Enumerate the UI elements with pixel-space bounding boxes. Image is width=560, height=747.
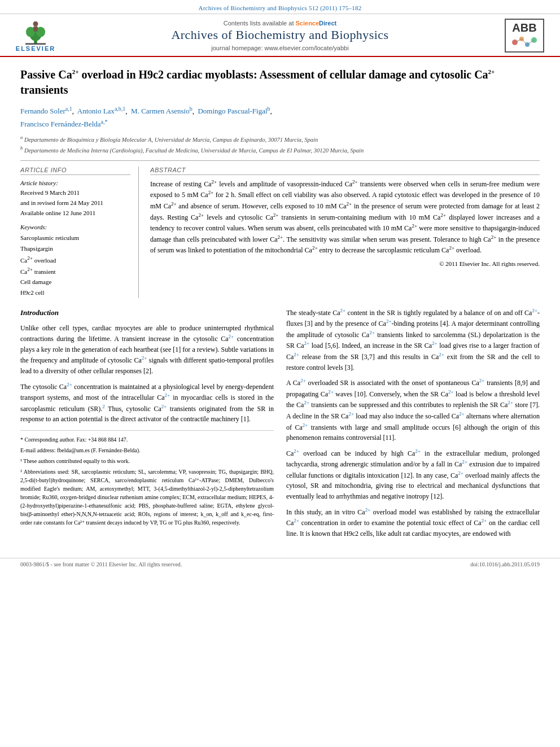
abb-box: ABB xyxy=(505,19,544,53)
article-info-col: ARTICLE INFO Article history: Received 9… xyxy=(20,167,139,298)
author-1: Fernando Soler xyxy=(20,107,65,115)
intro-para-2: The cytosolic Ca2+ concentration is main… xyxy=(20,381,274,425)
elsevier-tree-icon xyxy=(19,20,53,45)
journal-center: Contents lists available at ScienceDirec… xyxy=(61,20,499,51)
footnote-corresponding: * Corresponding author. Fax: +34 868 884… xyxy=(20,435,274,444)
abstract-text: Increase of resting Ca2+ levels and ampl… xyxy=(150,178,540,256)
bottom-bar: 0003-9861/$ - see front matter © 2011 El… xyxy=(0,558,560,570)
elsevier-logo-area: ELSEVIER xyxy=(10,20,61,52)
journal-header: ELSEVIER Contents lists available at Sci… xyxy=(0,14,560,57)
header-divider xyxy=(20,160,540,161)
keyword-3: Ca2+ overload xyxy=(20,254,130,265)
elsevier-text: ELSEVIER xyxy=(16,45,55,52)
intro-heading: Introduction xyxy=(20,307,274,318)
svg-rect-6 xyxy=(33,26,37,31)
abstract-label: ABSTRACT xyxy=(150,167,540,175)
body-section: Introduction Unlike other cell types, ca… xyxy=(20,307,540,544)
issn-text: 0003-9861/$ - see front matter © 2011 El… xyxy=(20,561,182,567)
body-two-col: Introduction Unlike other cell types, ca… xyxy=(20,307,540,544)
journal-title: Archives of Biochemistry and Biophysics xyxy=(61,28,499,42)
keyword-1: Sarcoplasmic reticulum xyxy=(20,233,130,243)
body-left-col: Introduction Unlike other cell types, ca… xyxy=(20,307,274,544)
svg-point-5 xyxy=(33,21,38,26)
revised-date: and in revised form 24 May 2011 xyxy=(20,199,103,206)
received-date: Received 9 March 2011 xyxy=(20,189,80,196)
authors-line: Fernando Solera,1, Antonio Laxa,b,1, M. … xyxy=(20,104,540,130)
copyright-text: © 2011 Elsevier Inc. All rights reserved… xyxy=(150,260,540,267)
right-para-3: Ca2+ overload can be induced by high Ca2… xyxy=(286,448,540,502)
svg-line-12 xyxy=(522,39,527,45)
sciencedirect-label: Science xyxy=(296,20,320,27)
footnote-equal: ¹ These authors contributed equally to t… xyxy=(20,457,274,465)
history-label: Article history: xyxy=(20,180,58,186)
abb-decoration-icon xyxy=(509,34,540,50)
keyword-5: Cell damage xyxy=(20,277,130,287)
author-5: Francisco Fernández-Belda xyxy=(20,120,101,128)
keyword-2: Thapsigargin xyxy=(20,243,130,254)
footnotes-section: * Corresponding author. Fax: +34 868 884… xyxy=(20,430,274,527)
journal-homepage: journal homepage: www.elsevier.com/locat… xyxy=(61,45,499,51)
keyword-4: Ca2+ transient xyxy=(20,265,130,277)
author-2: Antonio Lax xyxy=(77,107,115,115)
body-right-col: The steady-state Ca2+ content in the SR … xyxy=(286,307,540,544)
right-para-4: In this study, an in vitro Ca2+ overload… xyxy=(286,506,540,539)
svg-rect-4 xyxy=(25,43,46,45)
keywords-label: Keywords: xyxy=(20,224,130,230)
top-bar: Archives of Biochemistry and Biophysics … xyxy=(0,0,560,14)
right-para-1: The steady-state Ca2+ content in the SR … xyxy=(286,307,540,373)
footnote-abbreviations: ² Abbreviations used: SR, sarcoplasmic r… xyxy=(20,468,274,527)
author-3: M. Carmen Asensio xyxy=(131,107,190,115)
right-para-2: A Ca2+ overloaded SR is associated with … xyxy=(286,377,540,443)
affiliations: a Departamento de Bioquímica y Biología … xyxy=(20,134,540,155)
doi-text: doi:10.1016/j.abb.2011.05.019 xyxy=(470,561,540,567)
article-history: Article history: Received 9 March 2011 a… xyxy=(20,178,130,218)
contents-line: Contents lists available at ScienceDirec… xyxy=(61,20,499,27)
footnote-email: E-mail address: fbelda@um.es (F. Fernánd… xyxy=(20,446,274,455)
info-abstract-section: ARTICLE INFO Article history: Received 9… xyxy=(20,167,540,298)
abb-letters: ABB xyxy=(512,21,536,34)
available-date: Available online 12 June 2011 xyxy=(20,209,95,216)
abstract-col: ABSTRACT Increase of resting Ca2+ levels… xyxy=(150,167,540,298)
keywords-list: Sarcoplasmic reticulum Thapsigargin Ca2+… xyxy=(20,233,130,298)
intro-para-1: Unlike other cell types, cardiac myocyte… xyxy=(20,323,274,377)
journal-ref: Archives of Biochemistry and Biophysics … xyxy=(199,5,362,11)
author-4: Domingo Pascual-Figal xyxy=(198,107,267,115)
article-info-label: ARTICLE INFO xyxy=(20,167,130,175)
main-content: Passive Ca2+ overload in H9c2 cardiac my… xyxy=(0,57,560,553)
keyword-6: H9c2 cell xyxy=(20,287,130,298)
abb-logo-area: ABB xyxy=(499,19,550,53)
article-title: Passive Ca2+ overload in H9c2 cardiac my… xyxy=(20,67,540,98)
